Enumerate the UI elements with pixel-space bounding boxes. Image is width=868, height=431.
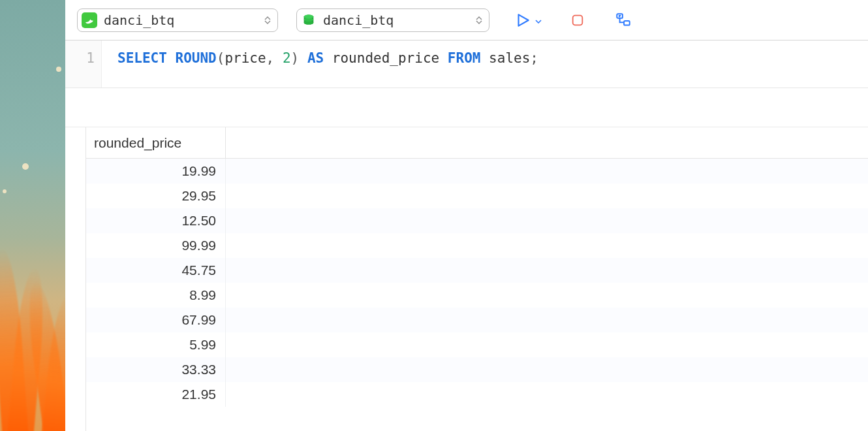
table-row[interactable]: 45.75 [86,258,868,283]
cell-rounded_price: 67.99 [86,308,226,332]
editor-results-divider [65,88,868,127]
stop-query-button[interactable] [568,10,587,30]
connection-label: danci_btq [104,12,256,28]
sql-editor[interactable]: 1 SELECT ROUND(price, 2) AS rounded_pric… [65,40,868,88]
cell-rounded_price: 8.99 [86,283,226,308]
connection-selector[interactable]: danci_btq [77,8,278,32]
table-row[interactable]: 8.99 [86,283,868,308]
cell-rounded_price: 29.95 [86,184,226,208]
database-label: danci_btq [323,12,468,28]
explain-plan-button[interactable] [613,10,633,30]
cell-rounded_price: 12.50 [86,208,226,233]
table-row[interactable]: 29.95 [86,184,868,208]
line-number: 1 [65,47,95,69]
database-icon [301,12,317,28]
table-row[interactable]: 19.99 [86,159,868,184]
svg-point-3 [304,14,314,18]
svg-rect-6 [624,21,630,25]
connection-icon [82,12,97,28]
run-query-button[interactable] [513,10,533,30]
sql-client-window: danci_btq danci_btq [65,0,868,431]
cell-rounded_price: 19.99 [86,159,226,184]
cell-rounded_price: 33.33 [86,357,226,382]
cell-rounded_price: 45.75 [86,258,226,283]
results-header-row: rounded_price [86,127,868,159]
cell-rounded_price: 99.99 [86,233,226,258]
toolbar: danci_btq danci_btq [65,0,868,40]
database-selector[interactable]: danci_btq [296,8,489,32]
desktop-wallpaper-strip [0,0,65,431]
table-row[interactable]: 21.95 [86,382,868,407]
table-row[interactable]: 67.99 [86,308,868,332]
cell-rounded_price: 21.95 [86,382,226,407]
run-options-caret-icon[interactable] [535,14,542,26]
results-row-gutter [65,127,86,431]
editor-gutter: 1 [65,40,102,88]
editor-code-line[interactable]: SELECT ROUND(price, 2) AS rounded_price … [102,40,538,88]
chevron-updown-icon [474,16,484,24]
table-row[interactable]: 33.33 [86,357,868,382]
table-row[interactable]: 5.99 [86,332,868,357]
column-header-rounded_price[interactable]: rounded_price [86,127,226,158]
svg-rect-4 [573,15,583,25]
cell-rounded_price: 5.99 [86,332,226,357]
chevron-updown-icon [263,16,272,24]
toolbar-actions [513,10,633,30]
results-grid: rounded_price 19.9929.9512.5099.9945.758… [65,127,868,431]
table-row[interactable]: 99.99 [86,233,868,258]
column-header-label: rounded_price [94,135,181,151]
table-row[interactable]: 12.50 [86,208,868,233]
